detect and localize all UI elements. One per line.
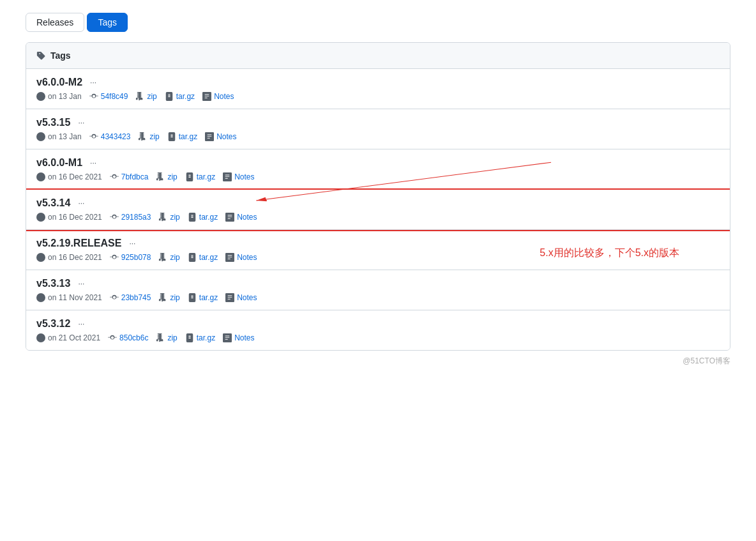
notes-icon (223, 333, 232, 342)
tar-link-a[interactable]: tar.gz (197, 333, 215, 342)
tar-link-a[interactable]: tar.gz (179, 132, 197, 141)
tag-meta: on 16 Dec 2021 7bfdbca zip tar.gz (36, 172, 720, 181)
commit-link[interactable]: 850cb6c (119, 333, 148, 342)
tar-link-a[interactable]: tar.gz (199, 253, 218, 262)
tar-icon (165, 92, 174, 101)
zip-icon (158, 293, 167, 302)
zip-link-a[interactable]: zip (170, 253, 179, 262)
commit-link[interactable]: 925b078 (121, 253, 151, 262)
tag-row: v5.3.15 ··· on 13 Jan 4343423 zip (26, 109, 730, 149)
tag-date: on 21 Oct 2021 (36, 333, 100, 342)
tag-options-button[interactable]: ··· (75, 197, 87, 209)
notes-link: Notes (225, 253, 257, 262)
tag-name-row: v5.3.12 ··· (36, 318, 720, 330)
tag-options-button[interactable]: ··· (87, 157, 99, 169)
tar-link-a[interactable]: tar.gz (197, 172, 215, 181)
tag-meta: on 13 Jan 54f8c49 zip tar.gz (36, 92, 720, 101)
tag-options-button[interactable]: ··· (75, 318, 87, 330)
notes-icon (225, 293, 234, 302)
commit-link[interactable]: 4343423 (101, 132, 131, 141)
notes-link-a[interactable]: Notes (234, 172, 254, 181)
tar-icon (167, 132, 176, 141)
tags-container: Tags v6.0.0-M2 ··· on 13 Jan 54f8c49 (26, 42, 730, 351)
tag-name-row: v5.3.13 ··· (36, 278, 720, 289)
commit-icon (89, 92, 98, 101)
tar-link-a[interactable]: tar.gz (199, 293, 218, 302)
tag-date: on 13 Jan (36, 92, 82, 101)
tag-row: v6.0.0-M2 ··· on 13 Jan 54f8c49 zip (26, 69, 730, 109)
zip-link-a[interactable]: zip (170, 213, 179, 222)
tab-releases[interactable]: Releases (26, 13, 84, 32)
zip-icon (158, 213, 167, 222)
zip-link-a[interactable]: zip (167, 333, 177, 342)
tar-link-a[interactable]: tar.gz (176, 92, 195, 101)
tag-name: v5.2.19.RELEASE (36, 238, 121, 249)
tab-bar: Releases Tags (26, 13, 730, 32)
tag-date: on 16 Dec 2021 (36, 213, 102, 222)
tag-date: on 16 Dec 2021 (36, 172, 102, 181)
tag-options-button[interactable]: ··· (126, 238, 138, 249)
tag-date: on 11 Nov 2021 (36, 293, 102, 302)
tag-commit: 54f8c49 (89, 92, 128, 101)
commit-link[interactable]: 54f8c49 (101, 92, 128, 101)
tags-header: Tags (26, 43, 730, 69)
tar-link: tar.gz (167, 132, 197, 141)
notes-link: Notes (225, 213, 257, 222)
clock-icon (36, 293, 45, 302)
clock-icon (36, 333, 45, 342)
notes-link-a[interactable]: Notes (237, 213, 257, 222)
zip-link: zip (158, 293, 179, 302)
tag-name-row: v6.0.0-M2 ··· (36, 77, 720, 88)
notes-link: Notes (205, 132, 236, 141)
zip-icon (156, 172, 165, 181)
notes-icon (225, 253, 234, 262)
tag-icon (36, 51, 45, 60)
clock-icon (36, 213, 45, 222)
clock-icon (36, 172, 45, 181)
tag-meta: on 11 Nov 2021 23bb745 zip tar.gz (36, 293, 720, 302)
tag-row: v5.3.14 ··· on 16 Dec 2021 29185a3 zip (26, 190, 730, 230)
zip-link-a[interactable]: zip (167, 172, 177, 181)
clock-icon (36, 132, 45, 141)
notes-link: Notes (202, 92, 234, 101)
zip-link-a[interactable]: zip (170, 293, 179, 302)
clock-icon (36, 92, 45, 101)
notes-icon (202, 92, 211, 101)
zip-icon (138, 132, 147, 141)
tag-options-button[interactable]: ··· (75, 278, 87, 289)
notes-icon (205, 132, 214, 141)
tar-icon (185, 172, 194, 181)
commit-link[interactable]: 7bfdbca (121, 172, 149, 181)
tag-options-button[interactable]: ··· (75, 117, 87, 128)
commit-link[interactable]: 29185a3 (121, 213, 151, 222)
notes-icon (223, 172, 232, 181)
zip-link-a[interactable]: zip (147, 92, 156, 101)
tag-name-row: v5.3.14 ··· (36, 197, 720, 209)
notes-link-a[interactable]: Notes (237, 253, 257, 262)
commit-link[interactable]: 23bb745 (121, 293, 151, 302)
tag-commit: 29185a3 (110, 213, 151, 222)
zip-link: zip (135, 92, 156, 101)
tar-link: tar.gz (165, 92, 195, 101)
tag-meta: on 16 Dec 2021 29185a3 zip tar.gz (36, 213, 720, 222)
tag-name-row: v5.3.15 ··· (36, 117, 720, 128)
notes-link-a[interactable]: Notes (216, 132, 236, 141)
zip-link-a[interactable]: zip (149, 132, 159, 141)
clock-icon (36, 253, 45, 262)
notes-link: Notes (223, 172, 254, 181)
commit-icon (89, 132, 98, 141)
notes-link: Notes (223, 333, 254, 342)
tag-options-button[interactable]: ··· (87, 77, 99, 88)
tag-commit: 23bb745 (110, 293, 151, 302)
tag-name: v5.3.13 (36, 278, 70, 289)
tab-tags[interactable]: Tags (87, 13, 128, 32)
tar-link: tar.gz (188, 213, 218, 222)
tar-icon (188, 293, 197, 302)
zip-link: zip (156, 172, 177, 181)
tar-link-a[interactable]: tar.gz (199, 213, 218, 222)
notes-link-a[interactable]: Notes (234, 333, 254, 342)
zip-link: zip (158, 213, 179, 222)
notes-link-a[interactable]: Notes (237, 293, 257, 302)
tar-link: tar.gz (188, 253, 218, 262)
notes-link-a[interactable]: Notes (214, 92, 234, 101)
